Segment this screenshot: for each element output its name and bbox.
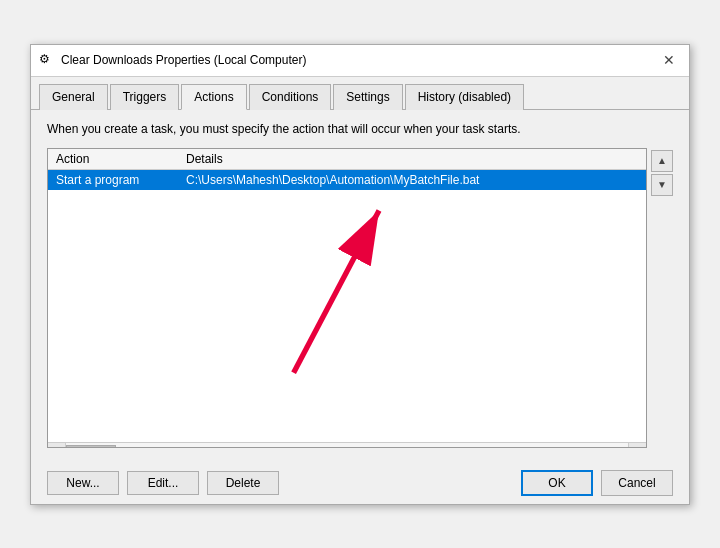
close-button[interactable]: ✕ [657, 48, 681, 72]
scroll-down-button[interactable]: ▼ [651, 174, 673, 196]
cancel-button[interactable]: Cancel [601, 470, 673, 496]
list-container: Action Details Start a program C:\Users\… [47, 148, 673, 448]
scroll-up-button[interactable]: ▲ [651, 150, 673, 172]
main-window: ⚙ Clear Downloads Properties (Local Comp… [30, 44, 690, 505]
window-icon: ⚙ [39, 52, 55, 68]
tab-content: When you create a task, you must specify… [31, 110, 689, 460]
scroll-track [66, 443, 628, 448]
tab-general[interactable]: General [39, 84, 108, 110]
col-action-header: Action [56, 152, 186, 166]
new-button[interactable]: New... [47, 471, 119, 495]
actions-list-box: Action Details Start a program C:\Users\… [47, 148, 647, 448]
title-bar: ⚙ Clear Downloads Properties (Local Comp… [31, 45, 689, 77]
ok-button[interactable]: OK [521, 470, 593, 496]
row-action: Start a program [56, 173, 186, 187]
delete-button[interactable]: Delete [207, 471, 279, 495]
list-header: Action Details [48, 149, 646, 170]
col-details-header: Details [186, 152, 638, 166]
tab-bar: General Triggers Actions Conditions Sett… [31, 77, 689, 110]
bottom-bar: New... Edit... Delete OK Cancel [31, 460, 689, 504]
scroll-left-button[interactable]: ◄ [48, 443, 66, 448]
list-row[interactable]: Start a program C:\Users\Mahesh\Desktop\… [48, 170, 646, 190]
horizontal-scrollbar[interactable]: ◄ ► [48, 442, 646, 448]
title-bar-left: ⚙ Clear Downloads Properties (Local Comp… [39, 52, 306, 68]
tab-settings[interactable]: Settings [333, 84, 402, 110]
right-button-group: OK Cancel [521, 470, 673, 496]
tab-conditions[interactable]: Conditions [249, 84, 332, 110]
window-title: Clear Downloads Properties (Local Comput… [61, 53, 306, 67]
tab-actions[interactable]: Actions [181, 84, 246, 110]
list-body: Start a program C:\Users\Mahesh\Desktop\… [48, 170, 646, 442]
description-text: When you create a task, you must specify… [47, 122, 673, 136]
left-button-group: New... Edit... Delete [47, 471, 279, 495]
tab-history[interactable]: History (disabled) [405, 84, 524, 110]
scroll-buttons: ▲ ▼ [651, 148, 673, 448]
row-details: C:\Users\Mahesh\Desktop\Automation\MyBat… [186, 173, 638, 187]
edit-button[interactable]: Edit... [127, 471, 199, 495]
scroll-right-button[interactable]: ► [628, 443, 646, 448]
tab-triggers[interactable]: Triggers [110, 84, 180, 110]
scroll-thumb[interactable] [66, 445, 116, 448]
